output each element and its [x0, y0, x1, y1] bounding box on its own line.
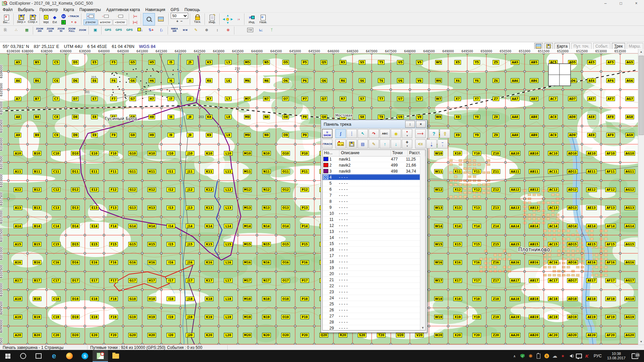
add-track-button[interactable]: +▾ — [402, 139, 412, 148]
column-header-1[interactable]: Описание — [339, 150, 391, 156]
position-globe-button[interactable]: ⊕ — [202, 26, 212, 34]
append-top-button[interactable]: −↑ — [437, 139, 448, 148]
profile-box-button[interactable]: ПФ — [245, 26, 255, 34]
disconnect-button[interactable]: ⊗ — [223, 26, 233, 34]
split-track-button[interactable]: ↖ — [358, 129, 368, 138]
send-top-button[interactable]: ⇧ — [440, 129, 450, 138]
track-row-4[interactable]: 4- - - - — [323, 174, 420, 180]
menu-5[interactable]: Параметры — [77, 7, 104, 12]
task-view-button[interactable] — [31, 350, 46, 362]
print-preview-button[interactable]: ⎘ — [0, 26, 10, 34]
maximize-button[interactable]: □ — [613, 0, 629, 7]
track-points-button[interactable]: ┆ — [346, 129, 357, 138]
menu-7[interactable]: Навигация — [143, 7, 168, 12]
zoom-btn-button[interactable]: ZOOM — [77, 26, 88, 34]
panel-close-button[interactable]: × — [416, 121, 426, 128]
events-download-button[interactable]: ⇅+ — [146, 26, 156, 34]
track-row-26[interactable]: 26- - - - — [323, 307, 420, 313]
network-icon[interactable] — [575, 353, 583, 359]
rollup-button[interactable]: ↕ — [405, 121, 415, 128]
track-row-3[interactable]: 3navik849834,74 — [323, 168, 420, 174]
zoom-FULL-button[interactable]: ZOOMFULL — [67, 26, 77, 34]
track-table-scrollbar[interactable]: ▼ — [420, 156, 425, 330]
track-panel-titlebar[interactable]: Панель трека ↕ × — [321, 120, 427, 128]
notification-button[interactable]: 15 — [628, 353, 642, 359]
magnify-button[interactable] — [143, 13, 155, 25]
track-row-6[interactable]: 6- - - - — [323, 186, 420, 192]
save-button[interactable]: ↘ Сохр.▾ — [27, 13, 38, 25]
merge-tracks-button[interactable]: <≡ — [415, 139, 426, 148]
waypoints-download-button[interactable]: ↓ — [135, 26, 145, 34]
track-row-29[interactable]: 29- - - - — [323, 325, 420, 330]
map-vertical-scrollbar[interactable]: ▲ ▼ — [638, 49, 644, 345]
kaspersky-icon[interactable]: K — [583, 353, 591, 359]
route-walk-button[interactable]: ∴ — [11, 26, 21, 34]
scroll-lock-icon[interactable]: ↓x — [234, 16, 243, 22]
menu-3[interactable]: Просмотр — [37, 7, 61, 12]
menu-1[interactable]: Файл — [0, 7, 15, 12]
menu-8[interactable]: GPS — [168, 7, 182, 12]
show-track-button[interactable]: ≈SHOW — [322, 129, 332, 138]
ozi-tray-icon[interactable]: ✶ — [559, 353, 567, 359]
add-segment-button[interactable]: ⋯+ — [415, 129, 426, 138]
track-row-25[interactable]: 25- - - - — [323, 301, 420, 307]
show-events-button-state-icon[interactable]: ○ — [101, 13, 109, 19]
skype-app[interactable]: S — [77, 350, 93, 362]
scroll-thumb[interactable] — [639, 56, 644, 135]
menu-6[interactable]: Адаптивная карта — [104, 7, 143, 12]
antenna-button[interactable]: ᛉ — [267, 26, 277, 34]
track-properties-button[interactable]: ✎ — [369, 139, 379, 148]
scroll-down-icon[interactable]: ▼ — [638, 339, 644, 345]
track-row-16[interactable]: 16- - - - — [323, 247, 420, 253]
minimize-button[interactable]: – — [598, 0, 613, 7]
help-button[interactable]: ? — [429, 129, 439, 138]
smooth-track-button[interactable]: ∫ — [335, 129, 346, 138]
track-row-22[interactable]: 22- - - - — [323, 283, 420, 289]
gps-button-3[interactable]: GPS — [124, 26, 135, 34]
search-button[interactable] — [15, 350, 31, 362]
zoom-100-button[interactable]: ZOOM100 — [45, 26, 55, 34]
track-row-15[interactable]: 15- - - - — [323, 241, 420, 247]
menu-4[interactable]: Карта — [61, 7, 77, 12]
track-row-9[interactable]: 9- - - - — [323, 204, 420, 210]
track-row-13[interactable]: 13- - - - — [323, 229, 420, 235]
map-page-button[interactable]: ▦ — [22, 26, 32, 34]
load-button[interactable]: ↗ Загр.▾ — [15, 13, 27, 25]
settings-flower-icon[interactable]: ❋ — [527, 353, 535, 359]
close-button[interactable]: × — [629, 0, 644, 7]
badge-12-icon[interactable]: 12 — [59, 13, 67, 19]
move-up-button[interactable]: ↑ — [380, 139, 390, 148]
nmea-button[interactable]: NMEASIR — [169, 26, 179, 34]
edge-app[interactable]: e — [46, 350, 62, 362]
track-control-button[interactable]: ▪TRACK — [322, 139, 332, 148]
tray-chevron-icon[interactable]: ∧ — [511, 354, 519, 358]
show-names-button[interactable]: ▪SHOW — [113, 19, 127, 25]
track-row-5[interactable]: 5- - - - — [323, 180, 420, 186]
zoom-200-button[interactable]: ZOOM200 — [35, 26, 45, 34]
append-bottom-button[interactable]: ↓+ — [426, 139, 437, 148]
menu-9[interactable]: Помощь — [182, 7, 203, 12]
trim-track-button[interactable]: ↷ — [369, 129, 379, 138]
show-events-button[interactable]: oSHOW — [98, 19, 112, 25]
volume-icon[interactable] — [567, 353, 575, 359]
track-row-17[interactable]: 17- - - - — [323, 253, 420, 259]
show-names-button-state-icon[interactable]: ▫ — [116, 13, 124, 19]
show-waypoints-button-state-icon[interactable]: ▪ — [87, 13, 95, 19]
map-view-button[interactable] — [155, 13, 167, 25]
track-row-10[interactable]: 10- - - - — [323, 210, 420, 217]
print-exit-button[interactable]: ✕ Вы... — [1, 13, 12, 25]
cloud-icon[interactable]: ☁ — [551, 353, 559, 359]
usb-icon[interactable] — [535, 353, 543, 359]
track-list-button[interactable]: ▤ — [358, 139, 368, 148]
chart-button[interactable]: 📈︎ — [256, 26, 266, 34]
ruler-button[interactable] — [335, 139, 346, 148]
track-icon[interactable]: ▪TRACK — [68, 13, 79, 19]
column-header-3[interactable]: Расст. — [408, 150, 425, 156]
save-track-button[interactable] — [346, 139, 357, 148]
c-icon[interactable]: C — [59, 19, 67, 25]
track-row-28[interactable]: 28- - - - — [323, 319, 420, 325]
track-row-7[interactable]: 7- - - - — [323, 192, 420, 198]
map-canvas[interactable]: A5B5C5D5E5F5G5H5I5J5K5L5M5N5O5P5Q5R5S5T5… — [0, 49, 638, 345]
track-row-24[interactable]: 24- - - - — [323, 295, 420, 301]
track-row-14[interactable]: 14- - - - — [323, 235, 420, 241]
